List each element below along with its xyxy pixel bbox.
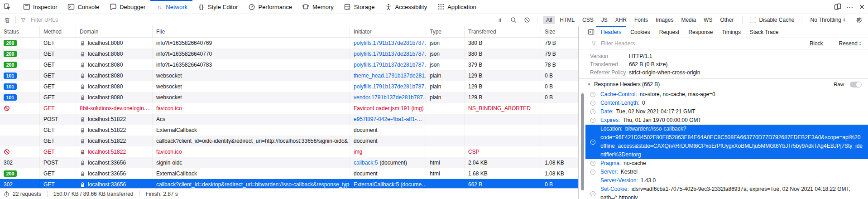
column-header-type[interactable]: Type (426, 26, 465, 37)
cell-transferred: 380 B (465, 49, 541, 59)
details-tab-timings[interactable]: Timings (717, 26, 745, 38)
cell-method: GET (40, 125, 76, 136)
cell-domain: localhost:8080 (76, 38, 153, 49)
response-header-row[interactable]: ?Expires:Thu, 01 Jan 1970 00:00:00 GMT (585, 116, 868, 125)
type-filter-media[interactable]: Media (678, 16, 699, 24)
response-header-row[interactable]: ?Pragma:no-cache (585, 159, 868, 168)
response-header-row[interactable]: ?Location:bitwarden://sso-callback?code=… (585, 125, 868, 159)
storage-icon (344, 3, 351, 11)
transfer-summary: 150.07 KB / 89.66 KB transferred (53, 191, 134, 197)
request-row[interactable]: 200GETlocalhost:33656ExternalCallbackdoc… (0, 168, 578, 179)
request-row[interactable]: 302GETlocalhost:33656callback?client_id=… (0, 179, 578, 188)
filter-icon (19, 16, 27, 24)
column-header-domain[interactable]: Domain (76, 26, 153, 37)
filter-headers-input[interactable] (600, 40, 803, 47)
size-text: 1.08 KB (545, 160, 564, 166)
devtools-tab-style-editor[interactable]: { }Style Editor (192, 0, 243, 14)
request-row[interactable]: 101GETlocalhost:8080websocketpolyfills.1… (0, 81, 578, 92)
details-tab-stack-trace[interactable]: Stack Trace (745, 26, 783, 38)
details-scrollbar-thumb[interactable] (581, 93, 584, 190)
cell-file: info?t=1635826640769 (153, 38, 350, 49)
type-filter-js[interactable]: JS (598, 16, 611, 24)
cell-file: signin-oidc (153, 157, 350, 168)
devtools-tab-accessibility[interactable]: Accessibility (379, 0, 432, 14)
column-header-transferred[interactable]: Transferred (465, 26, 541, 37)
pick-element-button[interactable] (0, 0, 14, 14)
type-filter-other[interactable]: Other (717, 16, 737, 24)
header-text: Location:bitwarden://sso-callback?code=9… (600, 125, 863, 159)
request-row[interactable]: 200GETlocalhost:8080info?t=1635826640770… (0, 49, 578, 59)
column-header-status[interactable]: Status (0, 26, 40, 37)
clear-requests-button[interactable] (3, 15, 12, 24)
cell-size (541, 114, 578, 125)
type-filter-css[interactable]: CSS (579, 16, 597, 24)
cell-initiator: polyfills.1791b137de281b787… (350, 38, 426, 49)
request-row[interactable]: GETlocalhost:51822ExternalCallbackdocume… (0, 125, 578, 136)
request-row[interactable]: POSTlocalhost:51822Acse957f897-042e-4ba1… (0, 114, 578, 125)
devtools-tab-console[interactable]: Console (62, 0, 104, 14)
details-tab-cookies[interactable]: Cookies (626, 26, 654, 38)
devtools-tab-network[interactable]: ↑↓Network (150, 0, 192, 14)
cell-transferred (465, 114, 541, 125)
devtools-tab-memory[interactable]: Memory (297, 0, 339, 14)
devtools-tab-application[interactable]: Application (432, 0, 481, 14)
header-value: bitwarden://sso-callback?code=96F421D345… (600, 126, 863, 158)
cell-type: html (426, 168, 465, 179)
help-icon: ? (590, 185, 597, 199)
response-header-row[interactable]: Server-Version:1.43.0 (585, 176, 868, 185)
resend-button[interactable]: Resend ▴▾ (835, 40, 864, 47)
type-filter-xhr[interactable]: XHR (612, 16, 630, 24)
details-tab-request[interactable]: Request (655, 26, 684, 38)
request-row[interactable]: 302POSTlocalhost:33656signin-oidccallbac… (0, 157, 578, 168)
type-text: plain (430, 94, 441, 101)
raw-toggle[interactable] (850, 82, 862, 87)
response-header-row[interactable]: ?Server:Kestrel (585, 168, 868, 176)
search-button[interactable] (509, 15, 518, 24)
disable-cache-checkbox[interactable] (750, 17, 756, 23)
cell-type (426, 136, 465, 146)
domain-text: localhost:8080 (88, 73, 123, 79)
performance-icon (248, 3, 255, 11)
block-button[interactable]: Block (806, 40, 826, 47)
type-filter-fonts[interactable]: Fonts (631, 16, 651, 24)
response-header-row[interactable]: ?Set-Cookie:idsrv=adf6cba1-7075-402b-9ec… (585, 185, 868, 199)
devtools-tab-inspector[interactable]: Inspector (18, 0, 62, 14)
debugger-icon (109, 3, 117, 11)
more-options-button[interactable]: ⋯ (844, 0, 856, 14)
column-header-method[interactable]: Method (40, 26, 76, 37)
response-header-row[interactable]: ?Date:Tue, 02 Nov 2021 04:17:21 GMT (585, 107, 868, 116)
response-headers-section-header[interactable]: ▼ Response Headers (662 B) Raw (579, 79, 868, 90)
responsive-design-mode-button[interactable] (831, 0, 844, 14)
cell-status (0, 114, 40, 125)
devtools-tab-storage[interactable]: Storage (339, 0, 380, 14)
close-devtools-button[interactable]: ✕ (856, 0, 868, 14)
devtools-tab-performance[interactable]: Performance (243, 0, 297, 14)
request-row[interactable]: GETlocalhost:51822favicon.icoimgCSP (0, 146, 578, 157)
details-tab-response[interactable]: Response (684, 26, 717, 38)
filter-urls-input[interactable] (30, 16, 493, 24)
request-row[interactable]: 200GETlocalhost:8080info?t=1635826640769… (0, 38, 578, 49)
column-header-file[interactable]: File (153, 26, 350, 37)
type-filter-images[interactable]: Images (652, 16, 676, 24)
collapse-pane-icon[interactable] (585, 26, 596, 38)
type-filter-all[interactable]: All (543, 16, 555, 24)
details-tab-headers[interactable]: Headers (596, 26, 626, 38)
throttling-select[interactable]: No Throttling ▴▾ (810, 17, 845, 23)
request-row[interactable]: 101GETlocalhost:8080websocketvendor.1791… (0, 92, 578, 103)
pause-traffic-button[interactable] (495, 15, 504, 24)
svg-text:?: ? (592, 192, 594, 196)
column-header-size[interactable]: Size (541, 26, 578, 37)
request-row[interactable]: 101GETlocalhost:8080websockettheme_head.… (0, 70, 578, 81)
summary-row: Transferred662 B (0 B size) (590, 60, 868, 68)
request-row[interactable]: GETlocalhost:51822callback?client_id=oid… (0, 136, 578, 146)
request-row[interactable]: GET8bit-solutions-dev.onelogin.…favicon.… (0, 103, 578, 114)
request-blocking-button[interactable] (523, 15, 532, 24)
type-filter-html[interactable]: HTML (556, 16, 578, 24)
response-header-row[interactable]: ?Content-Length:0 (585, 99, 868, 107)
column-header-initiator[interactable]: Initiator (350, 26, 426, 37)
devtools-tab-debugger[interactable]: Debugger (104, 0, 150, 14)
network-settings-button[interactable] (854, 15, 863, 24)
response-header-row[interactable]: ?Cache-Control:no-store, no-cache, max-a… (585, 90, 868, 99)
type-filter-ws[interactable]: WS (700, 16, 715, 24)
request-row[interactable]: 200GETlocalhost:8080info?t=1635826640783… (0, 59, 578, 70)
